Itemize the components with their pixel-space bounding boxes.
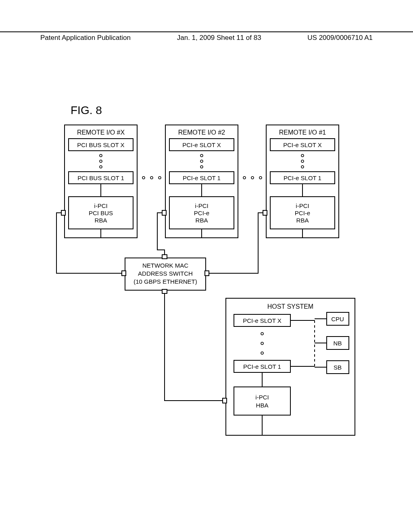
remote-io-2: REMOTE I/O #2 PCI-e SLOT X PCI-e SLOT 1 … — [162, 125, 238, 238]
host-slotx: PCI-e SLOT X — [243, 317, 282, 324]
svg-rect-22 — [162, 210, 166, 215]
remote-2-slot1: PCI-e SLOT 1 — [183, 175, 221, 181]
remote-1-rba3: RBA — [296, 217, 309, 224]
remote-1-slotx: PCI-e SLOT X — [283, 141, 322, 148]
header-left: Patent Application Publication — [40, 34, 131, 42]
svg-rect-59 — [223, 398, 227, 403]
host-sb: SB — [334, 364, 342, 371]
svg-point-25 — [259, 177, 262, 179]
host-hba2: HBA — [256, 402, 269, 409]
remote-x-rba3: RBA — [95, 217, 107, 224]
svg-point-12 — [159, 177, 161, 179]
svg-rect-9 — [61, 210, 65, 215]
remote-io-x: REMOTE I/O #X PCI BUS SLOT X PCI BUS SLO… — [61, 125, 137, 238]
figure-label: FIG. 8 — [71, 104, 102, 117]
remote-io-1: REMOTE I/O #1 PCI-e SLOT X PCI-e SLOT 1 … — [263, 125, 339, 238]
host-system: HOST SYSTEM PCI-e SLOT X PCI-e SLOT 1 i-… — [223, 298, 355, 435]
switch-l1: NETWORK MAC — [142, 262, 188, 269]
header-center: Jan. 1, 2009 Sheet 11 of 83 — [177, 34, 261, 42]
page-header: Patent Application Publication Jan. 1, 2… — [0, 31, 413, 42]
svg-point-23 — [243, 177, 246, 179]
svg-rect-48 — [234, 387, 290, 415]
remote-1-title: REMOTE I/O #1 — [279, 129, 326, 136]
host-slot1: PCI-e SLOT 1 — [243, 363, 281, 370]
svg-rect-35 — [263, 210, 267, 215]
remote-2-slotx: PCI-e SLOT X — [182, 141, 221, 148]
host-hba1: i-PCI — [255, 394, 269, 401]
svg-rect-39 — [205, 271, 209, 276]
network-switch: NETWORK MAC ADDRESS SWITCH (10 GBPS ETHE… — [122, 255, 209, 293]
host-nb: NB — [334, 340, 342, 347]
remote-2-rba2: PCI-e — [194, 210, 209, 216]
remote-1-rba2: PCI-e — [295, 210, 310, 216]
switch-l3: (10 GBPS ETHERNET) — [133, 278, 197, 285]
remote-1-rba1: i-PCI — [296, 202, 309, 209]
remote-x-title: REMOTE I/O #X — [77, 129, 125, 136]
host-title: HOST SYSTEM — [267, 303, 313, 310]
header-right: US 2009/0006710 A1 — [307, 34, 373, 42]
remote-2-rba3: RBA — [196, 217, 208, 224]
host-cpu: CPU — [331, 316, 344, 322]
svg-point-10 — [142, 177, 145, 179]
remote-2-rba1: i-PCI — [195, 202, 208, 209]
svg-rect-40 — [162, 289, 167, 293]
svg-rect-37 — [122, 271, 126, 276]
svg-rect-38 — [162, 255, 167, 259]
remote-1-slot1: PCI-e SLOT 1 — [284, 175, 321, 181]
remote-2-title: REMOTE I/O #2 — [178, 129, 225, 136]
remote-x-rba2: PCI BUS — [89, 210, 113, 216]
remote-x-slotx: PCI BUS SLOT X — [77, 141, 124, 148]
remote-x-slot1: PCI BUS SLOT 1 — [77, 175, 124, 181]
switch-l2: ADDRESS SWITCH — [138, 270, 193, 277]
diagram-svg: REMOTE I/O #X PCI BUS SLOT X PCI BUS SLO… — [52, 121, 363, 455]
svg-point-24 — [251, 177, 254, 179]
svg-point-11 — [150, 177, 153, 179]
remote-x-rba1: i-PCI — [94, 202, 107, 209]
